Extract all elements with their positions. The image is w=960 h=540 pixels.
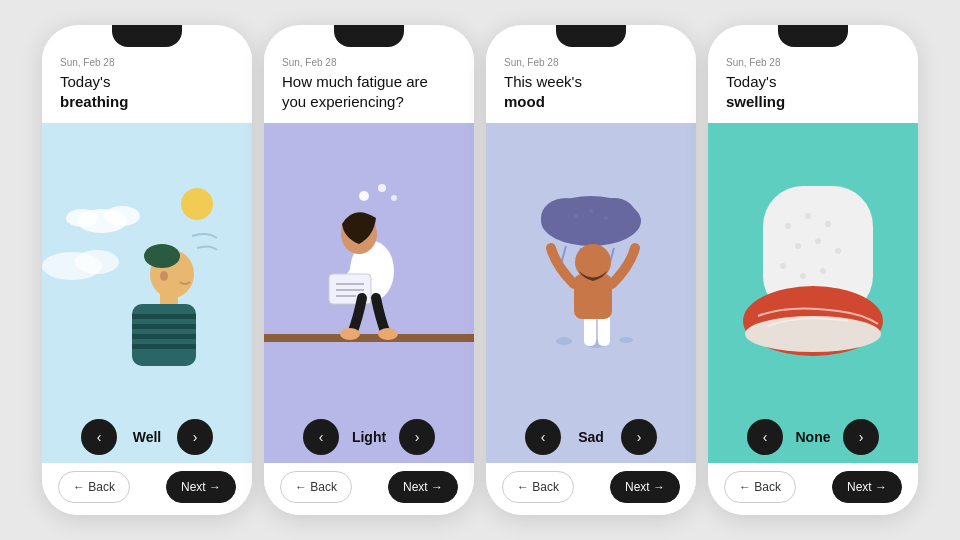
svg-point-3 bbox=[104, 206, 140, 226]
phone-card-fatigue: Sun, Feb 28 How much fatigue are you exp… bbox=[264, 25, 474, 515]
phone-card-swelling: Sun, Feb 28 Today's swelling bbox=[708, 25, 918, 515]
card-date: Sun, Feb 28 bbox=[282, 57, 456, 68]
current-value-label: Light bbox=[339, 429, 399, 445]
svg-point-35 bbox=[604, 216, 608, 220]
current-value-label: Well bbox=[117, 429, 177, 445]
svg-point-8 bbox=[144, 244, 180, 268]
next-footer-button[interactable]: Next → bbox=[832, 471, 902, 503]
next-footer-button[interactable]: Next → bbox=[610, 471, 680, 503]
card-date: Sun, Feb 28 bbox=[726, 57, 900, 68]
next-footer-button[interactable]: Next → bbox=[166, 471, 236, 503]
card-header: Sun, Feb 28 Today's swelling bbox=[708, 47, 918, 123]
svg-rect-11 bbox=[132, 314, 196, 319]
svg-point-33 bbox=[574, 214, 578, 218]
svg-point-59 bbox=[745, 316, 881, 352]
notch bbox=[112, 25, 182, 47]
prev-button[interactable]: ‹ bbox=[747, 419, 783, 455]
prev-button[interactable]: ‹ bbox=[303, 419, 339, 455]
svg-point-53 bbox=[815, 238, 821, 244]
svg-rect-20 bbox=[264, 334, 474, 342]
card-title: This week's mood bbox=[504, 72, 678, 111]
next-footer-button[interactable]: Next → bbox=[388, 471, 458, 503]
card-header: Sun, Feb 28 This week's mood bbox=[486, 47, 696, 123]
card-footer: ← Back Next → bbox=[264, 463, 474, 515]
svg-point-4 bbox=[66, 209, 98, 227]
card-title: Today's swelling bbox=[726, 72, 900, 111]
svg-point-51 bbox=[825, 221, 831, 227]
svg-point-40 bbox=[556, 337, 572, 345]
svg-point-34 bbox=[589, 209, 593, 213]
svg-point-56 bbox=[800, 273, 806, 279]
svg-point-31 bbox=[541, 198, 591, 238]
next-button[interactable]: › bbox=[843, 419, 879, 455]
card-footer: ← Back Next → bbox=[486, 463, 696, 515]
svg-point-42 bbox=[619, 337, 633, 343]
svg-point-19 bbox=[391, 195, 397, 201]
card-illustration-fatigue bbox=[264, 123, 474, 409]
svg-point-52 bbox=[795, 243, 801, 249]
prev-button[interactable]: ‹ bbox=[81, 419, 117, 455]
current-value-label: Sad bbox=[561, 429, 621, 445]
card-date: Sun, Feb 28 bbox=[60, 57, 234, 68]
phone-card-breathing: Sun, Feb 28 Today's breathing bbox=[42, 25, 252, 515]
svg-point-17 bbox=[359, 191, 369, 201]
svg-rect-13 bbox=[132, 334, 196, 339]
card-controls: ‹ None › bbox=[708, 409, 918, 463]
card-illustration-mood bbox=[486, 123, 696, 409]
svg-point-27 bbox=[340, 328, 360, 340]
card-controls: ‹ Well › bbox=[42, 409, 252, 463]
card-controls: ‹ Sad › bbox=[486, 409, 696, 463]
card-footer: ← Back Next → bbox=[42, 463, 252, 515]
svg-point-1 bbox=[181, 188, 213, 220]
svg-point-46 bbox=[575, 244, 611, 280]
svg-rect-14 bbox=[132, 344, 196, 349]
svg-point-6 bbox=[75, 250, 119, 274]
notch bbox=[334, 25, 404, 47]
card-illustration-breathing bbox=[42, 123, 252, 409]
next-button[interactable]: › bbox=[621, 419, 657, 455]
svg-rect-12 bbox=[132, 324, 196, 329]
back-button[interactable]: ← Back bbox=[724, 471, 796, 503]
card-controls: ‹ Light › bbox=[264, 409, 474, 463]
card-header: Sun, Feb 28 How much fatigue are you exp… bbox=[264, 47, 474, 123]
back-button[interactable]: ← Back bbox=[280, 471, 352, 503]
next-button[interactable]: › bbox=[177, 419, 213, 455]
phone-card-mood: Sun, Feb 28 This week's mood bbox=[486, 25, 696, 515]
svg-rect-9 bbox=[160, 291, 178, 306]
svg-point-55 bbox=[780, 263, 786, 269]
back-button[interactable]: ← Back bbox=[502, 471, 574, 503]
svg-point-15 bbox=[160, 271, 168, 281]
card-title: How much fatigue are you experiencing? bbox=[282, 72, 456, 111]
notch bbox=[778, 25, 848, 47]
card-date: Sun, Feb 28 bbox=[504, 57, 678, 68]
card-illustration-swelling bbox=[708, 123, 918, 409]
card-title: Today's breathing bbox=[60, 72, 234, 111]
svg-point-49 bbox=[785, 223, 791, 229]
back-button[interactable]: ← Back bbox=[58, 471, 130, 503]
svg-point-57 bbox=[820, 268, 826, 274]
card-header: Sun, Feb 28 Today's breathing bbox=[42, 47, 252, 123]
svg-point-54 bbox=[835, 248, 841, 254]
prev-button[interactable]: ‹ bbox=[525, 419, 561, 455]
svg-point-50 bbox=[805, 213, 811, 219]
svg-point-28 bbox=[378, 328, 398, 340]
svg-point-18 bbox=[378, 184, 386, 192]
notch bbox=[556, 25, 626, 47]
next-button[interactable]: › bbox=[399, 419, 435, 455]
card-footer: ← Back Next → bbox=[708, 463, 918, 515]
current-value-label: None bbox=[783, 429, 843, 445]
svg-point-32 bbox=[592, 198, 636, 234]
